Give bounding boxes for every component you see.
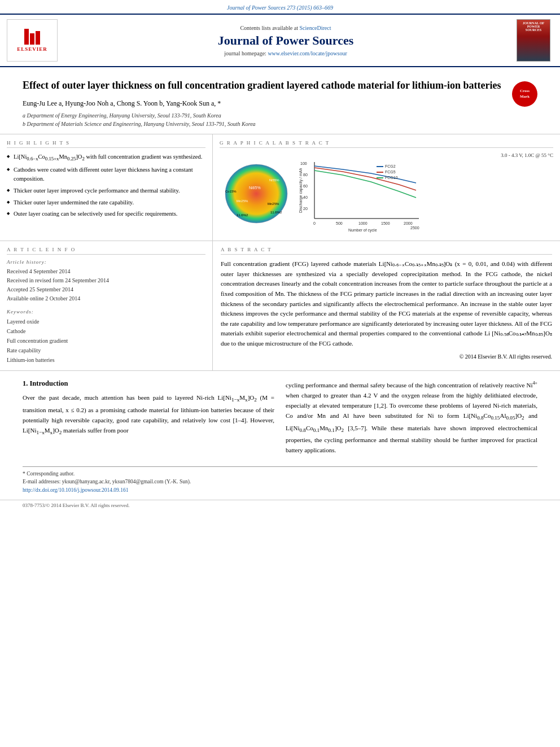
cover-image: JOURNAL OFPOWERSOURCES	[517, 19, 550, 62]
svg-text:60: 60	[303, 184, 308, 188]
journal-reference: Journal of Power Sources 273 (2015) 663–…	[227, 5, 333, 11]
svg-text:0: 0	[313, 221, 316, 225]
svg-text:Number of cycle: Number of cycle	[348, 228, 377, 233]
corresponding-note: * Corresponding author.	[23, 470, 537, 478]
svg-text:Mn25%: Mn25%	[268, 202, 279, 206]
particle-image: Ni85% Mn25% Ni55% Mn25% Co15% 11.6%2 11.…	[220, 160, 293, 228]
email-note: E-mail addresses: yksun@hanyang.ac.kr, y…	[23, 478, 537, 486]
author-names: Eung-Ju Lee a, Hyung-Joo Noh a, Chong S.…	[23, 99, 221, 107]
doi-anchor[interactable]: http://dx.doi.org/10.1016/j.jpowsour.201…	[23, 487, 128, 493]
crossmark-badge: CrossMark	[512, 81, 537, 107]
keyword-4: Rate capability	[7, 346, 205, 355]
logo-bar-3	[36, 31, 40, 45]
chart-area: 3.0 - 4.3 V, 1.0C @ 55 °C 100 80 60 40 2…	[298, 152, 553, 235]
svg-text:40: 40	[303, 195, 308, 199]
keywords-label: Keywords:	[7, 309, 205, 314]
svg-text:1500: 1500	[381, 221, 390, 225]
svg-text:500: 500	[336, 221, 343, 225]
article-info-label: A R T I C L E I N F O	[7, 247, 205, 255]
keyword-2: Cathode	[7, 326, 205, 336]
keyword-1: Layered oxide	[7, 317, 205, 326]
chart-title: 3.0 - 4.3 V, 1.0C @ 55 °C	[298, 152, 553, 158]
header-center: Contents lists available at ScienceDirec…	[62, 19, 509, 62]
svg-text:Mn25%: Mn25%	[237, 199, 248, 203]
accepted-date: Accepted 25 September 2014	[7, 285, 205, 294]
copyright-bottom: 0378-7753/© 2014 Elsevier B.V. All right…	[23, 503, 537, 508]
elsevier-logo: ELSEVIER	[7, 19, 58, 62]
article-history: Article history: Received 4 September 20…	[7, 259, 205, 303]
graphical-abstract-label: G R A P H I C A L A B S T R A C T	[220, 140, 553, 148]
intro-two-col: 1. Introduction Over the past decade, mu…	[23, 379, 537, 455]
abstract-label: A B S T R A C T	[221, 247, 552, 255]
svg-text:2000: 2000	[404, 221, 413, 225]
homepage-line: journal homepage: www.elsevier.com/locat…	[224, 50, 347, 56]
keyword-5: Lithium-ion batteries	[7, 355, 205, 365]
svg-text:Co15%: Co15%	[225, 190, 237, 193]
highlight-item-3: Thicker outer layer improved cycle perfo…	[7, 186, 205, 195]
svg-text:FCG10: FCG10	[385, 176, 398, 180]
article-title-area: Effect of outer layer thickness on full …	[0, 67, 560, 134]
svg-text:Discharge capacity / mAh: Discharge capacity / mAh	[299, 168, 303, 213]
received-revised-date: Received in revised form 24 September 20…	[7, 276, 205, 285]
svg-text:80: 80	[303, 173, 308, 177]
intro-heading: 1. Introduction	[23, 379, 274, 388]
svg-text:2500: 2500	[410, 226, 419, 230]
svg-text:FCG2: FCG2	[385, 164, 396, 168]
homepage-link[interactable]: www.elsevier.com/locate/jpowsour	[268, 50, 347, 56]
logo-graphic	[24, 29, 40, 45]
intro-text-col2: cycling performance and thermal safety b…	[286, 379, 537, 455]
svg-text:Ni55%: Ni55%	[269, 178, 279, 182]
header-area: ELSEVIER Contents lists available at Sci…	[0, 15, 560, 67]
highlights-list: Li[Ni0.6−xCo0.15+xMn0.25]O2 with full co…	[7, 152, 205, 219]
affiliation-b: b Department of Materials Science and En…	[23, 120, 506, 128]
highlights-graphical-section: H I G H L I G H T S Li[Ni0.6−xCo0.15+xMn…	[0, 134, 560, 241]
article-title-block: Effect of outer layer thickness on full …	[23, 78, 506, 128]
svg-text:11.6%2: 11.6%2	[270, 211, 282, 214]
svg-text:1000: 1000	[358, 221, 368, 225]
keyword-3: Full concentration gradient	[7, 336, 205, 346]
info-abstract-section: A R T I C L E I N F O Article history: R…	[0, 241, 560, 371]
history-label: Article history:	[7, 259, 205, 265]
highlight-item-2: Cathodes were coated with different oute…	[7, 165, 205, 184]
intro-text-col1: Over the past decade, much attention has…	[23, 392, 274, 437]
logo-bar-1	[24, 29, 29, 45]
authors-line: Eung-Ju Lee a, Hyung-Joo Noh a, Chong S.…	[23, 99, 506, 108]
abstract-column: A B S T R A C T Full concentration gradi…	[213, 241, 560, 370]
svg-rect-27	[377, 177, 383, 178]
keywords-section: Keywords: Layered oxide Cathode Full con…	[7, 309, 205, 365]
intro-col-2: cycling performance and thermal safety b…	[286, 379, 537, 455]
svg-rect-25	[377, 172, 383, 173]
bottom-bar: 0378-7753/© 2014 Elsevier B.V. All right…	[0, 500, 560, 510]
highlight-item-1: Li[Ni0.6−xCo0.15+xMn0.25]O2 with full co…	[7, 152, 205, 163]
abstract-copyright: © 2014 Elsevier B.V. All rights reserved…	[221, 352, 552, 361]
journal-cover: JOURNAL OFPOWERSOURCES	[514, 19, 553, 62]
affiliation-a: a Department of Energy Engineering, Hany…	[23, 111, 506, 120]
elsevier-label: ELSEVIER	[17, 46, 47, 52]
logo-bar-2	[30, 33, 34, 45]
journal-title: Journal of Power Sources	[218, 33, 354, 48]
main-body: 1. Introduction Over the past decade, mu…	[0, 371, 560, 461]
received-date: Received 4 September 2014	[7, 267, 205, 276]
svg-text:100: 100	[300, 161, 307, 165]
affiliations: a Department of Energy Engineering, Hany…	[23, 111, 506, 128]
sciencedirect-link[interactable]: ScienceDirect	[299, 25, 331, 31]
svg-text:FCG5: FCG5	[385, 170, 396, 174]
highlights-column: H I G H L I G H T S Li[Ni0.6−xCo0.15+xMn…	[0, 134, 213, 241]
available-date: Available online 2 October 2014	[7, 294, 205, 303]
intro-col-1: 1. Introduction Over the past decade, mu…	[23, 379, 274, 455]
journal-top-bar: Journal of Power Sources 273 (2015) 663–…	[0, 0, 560, 15]
footnote-area: * Corresponding author. E-mail addresses…	[23, 466, 537, 494]
article-info-column: A R T I C L E I N F O Article history: R…	[0, 241, 213, 370]
svg-text:Ni85%: Ni85%	[249, 186, 261, 190]
sciencedirect-line: Contents lists available at ScienceDirec…	[240, 25, 331, 31]
svg-point-0	[225, 164, 287, 223]
highlight-item-5: Outer layer coating can be selectively u…	[7, 209, 205, 219]
svg-text:20: 20	[303, 207, 308, 211]
doi-link[interactable]: http://dx.doi.org/10.1016/j.jpowsour.201…	[23, 486, 537, 494]
abstract-text: Full concentration gradient (FCG) layere…	[221, 259, 552, 348]
graphical-abstract-column: G R A P H I C A L A B S T R A C T Ni85%	[213, 134, 560, 241]
highlight-item-4: Thicker outer layer undermined the rate …	[7, 198, 205, 207]
graphical-abstract-content: Ni85% Mn25% Ni55% Mn25% Co15% 11.6%2 11.…	[220, 152, 553, 235]
svg-rect-23	[377, 166, 383, 167]
svg-text:11.6%2: 11.6%2	[237, 213, 248, 217]
